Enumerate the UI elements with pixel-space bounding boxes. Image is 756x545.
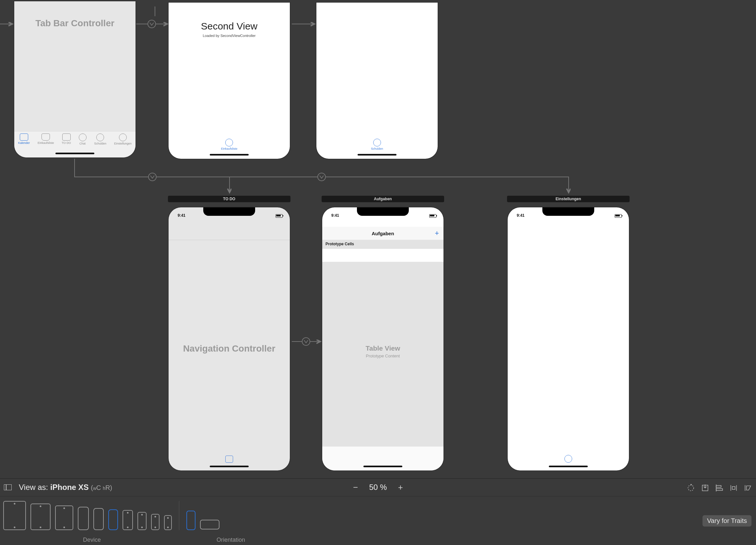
embed-in-icon[interactable] [701, 484, 709, 491]
zoom-level: 50 % [369, 483, 387, 492]
zoom-controls: − 50 % + [351, 482, 405, 492]
list-icon [225, 456, 233, 463]
device-iphone-8-plus[interactable] [123, 510, 133, 530]
update-frames-icon[interactable] [687, 484, 695, 491]
home-indicator [55, 153, 94, 154]
nav-bar: Aufgaben + [322, 227, 443, 240]
pin-icon[interactable] [729, 484, 738, 491]
battery-icon [429, 214, 436, 218]
svg-point-8 [688, 485, 693, 491]
zoom-in-button[interactable]: + [396, 482, 405, 492]
tab-einkaufsliste[interactable]: Einkaufsliste [38, 134, 54, 145]
basket-icon [225, 139, 233, 147]
orientation-portrait[interactable] [186, 511, 195, 530]
tabbar-item-schulden[interactable]: Schulden [371, 139, 383, 150]
svg-rect-10 [716, 485, 721, 487]
scene-aufgaben-tableview[interactable]: 9:41 Aufgaben + Prototype Cells Table Vi… [322, 207, 443, 470]
constraint-tools [687, 484, 752, 491]
outline-toggle-icon[interactable] [4, 484, 12, 490]
status-bar: 9:41 [322, 212, 443, 219]
device-ipad-pro-12[interactable] [3, 501, 26, 530]
tabbar-item-todo[interactable] [225, 456, 233, 463]
tab-kalender[interactable]: Kalender [18, 134, 30, 145]
device-iphone-xs-max[interactable] [78, 507, 89, 530]
home-indicator [363, 466, 402, 467]
home-indicator [358, 154, 396, 156]
basket-icon [41, 134, 50, 141]
resolve-icon[interactable] [744, 484, 752, 491]
euro-icon [96, 134, 104, 141]
scene-navigation-controller[interactable]: 9:41 Navigation Controller [169, 207, 290, 470]
device-bar-header: View as: iPhone XS (wC hR) − 50 % + [0, 479, 756, 496]
scene-title-todo[interactable]: TO DO [168, 196, 290, 202]
nav-bar [169, 227, 290, 240]
divider [179, 501, 179, 530]
tab-einstellungen[interactable]: Einstellungen [114, 134, 132, 145]
tab-todo[interactable]: TO DO [62, 134, 71, 145]
device-section-label: Device [83, 537, 101, 543]
add-button[interactable]: + [435, 229, 439, 238]
status-time: 9:41 [178, 213, 185, 218]
scene-title-aufgaben[interactable]: Aufgaben [322, 196, 444, 202]
device-iphone-xr[interactable] [93, 508, 104, 530]
svg-rect-11 [716, 489, 723, 490]
prototype-cells-header: Prototype Cells [322, 240, 443, 249]
vary-for-traits-button[interactable]: Vary for Traits [703, 515, 751, 527]
tab-bar [322, 446, 443, 470]
scene-schulden[interactable]: Schulden [316, 3, 438, 159]
home-indicator [210, 466, 249, 467]
battery-icon [276, 214, 283, 218]
svg-point-7 [302, 338, 310, 345]
device-iphone-4s[interactable] [164, 515, 172, 530]
device-config-bar: View as: iPhone XS (wC hR) − 50 % + [0, 478, 756, 545]
device-iphone-se[interactable] [151, 514, 159, 530]
home-indicator [549, 466, 588, 467]
tab-chat[interactable]: Chat [79, 134, 87, 145]
gear-icon [564, 455, 572, 463]
status-time: 9:41 [331, 213, 339, 218]
tableview-title: Table View [322, 344, 443, 352]
orientation-landscape[interactable] [200, 520, 219, 529]
svg-point-4 [148, 173, 156, 181]
scene-title-einstellungen[interactable]: Einstellungen [507, 196, 630, 202]
device-ipad-pro-11[interactable] [30, 504, 51, 530]
scene-tab-bar-controller[interactable]: Tab Bar Controller Kalender Einkaufslist… [14, 1, 136, 158]
placeholder-title: Navigation Controller [169, 343, 290, 354]
orientation-section-label: Orientation [217, 537, 245, 543]
zoom-out-button[interactable]: − [351, 482, 360, 492]
table-view-body: Table View Prototype Content [322, 262, 443, 446]
chat-icon [79, 134, 87, 141]
status-bar: 9:41 [508, 212, 629, 219]
device-iphone-8[interactable] [137, 512, 147, 530]
euro-icon [373, 139, 381, 147]
view-as-label[interactable]: View as: iPhone XS (wC hR) [19, 483, 112, 492]
gear-icon [119, 134, 127, 141]
status-bar: 9:41 [169, 212, 290, 219]
nav-title: Aufgaben [372, 231, 394, 236]
svg-point-5 [318, 173, 325, 181]
tableview-subtitle: Prototype Content [322, 353, 443, 358]
scene-second-view[interactable]: Second View Loaded by SecondViewControll… [169, 3, 290, 159]
prototype-cell[interactable] [322, 249, 443, 262]
status-time: 9:41 [517, 213, 525, 218]
align-icon[interactable] [715, 484, 724, 491]
battery-icon [615, 214, 622, 218]
second-view-subtitle: Loaded by SecondViewController [169, 34, 290, 38]
second-view-title: Second View [169, 21, 290, 32]
storyboard-canvas[interactable]: Tab Bar Controller Kalender Einkaufslist… [0, 0, 756, 478]
tabbar-item-einkaufsliste[interactable]: Einkaufsliste [221, 139, 238, 150]
tabbar-item-einstellungen[interactable] [564, 455, 572, 463]
placeholder-title: Tab Bar Controller [14, 18, 136, 29]
calendar-icon [20, 134, 28, 141]
device-picker-row: Device Orientation Vary for Traits [0, 496, 756, 530]
device-iphone-xs[interactable] [108, 509, 118, 530]
device-ipad[interactable] [55, 505, 73, 530]
scene-einstellungen[interactable]: 9:41 [508, 207, 629, 470]
home-indicator [210, 154, 249, 156]
svg-point-2 [148, 20, 156, 28]
list-icon [62, 134, 71, 141]
tab-schulden[interactable]: Schulden [94, 134, 106, 145]
svg-rect-15 [732, 487, 735, 490]
